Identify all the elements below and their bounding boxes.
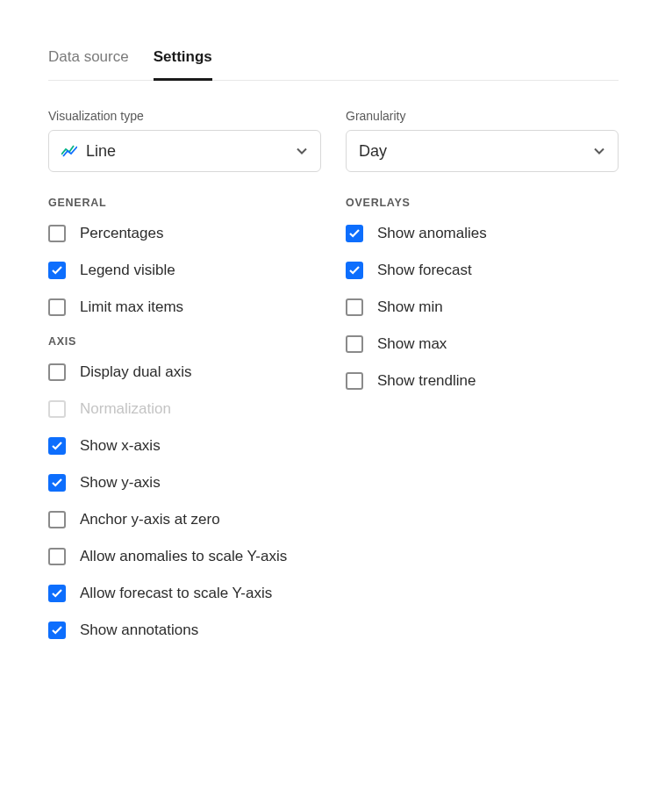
show-forecast-checkbox	[346, 262, 363, 279]
show-x-axis-checkbox-row[interactable]: Show x-axis	[48, 437, 321, 455]
legend-visible-label: Legend visible	[80, 262, 175, 279]
show-anomalies-checkbox-row[interactable]: Show anomalies	[346, 225, 619, 242]
show-max-checkbox	[346, 335, 363, 353]
overlays-heading: OVERLAYS	[346, 197, 619, 209]
show-x-axis-label: Show x-axis	[80, 437, 161, 455]
show-trendline-checkbox	[346, 372, 363, 390]
legend-visible-checkbox-row[interactable]: Legend visible	[48, 262, 321, 279]
general-heading: GENERAL	[48, 197, 321, 209]
tab-settings[interactable]: Settings	[154, 48, 212, 81]
show-y-axis-label: Show y-axis	[80, 474, 161, 492]
show-anomalies-checkbox	[346, 225, 363, 242]
tab-data-source[interactable]: Data source	[48, 48, 129, 81]
anchor-y-zero-label: Anchor y-axis at zero	[80, 511, 220, 528]
show-max-checkbox-row[interactable]: Show max	[346, 335, 619, 353]
show-trendline-checkbox-row[interactable]: Show trendline	[346, 372, 619, 390]
show-annotations-checkbox	[48, 622, 66, 639]
allow-forecast-scale-checkbox-row[interactable]: Allow forecast to scale Y-axis	[48, 585, 321, 602]
show-x-axis-checkbox	[48, 437, 66, 455]
normalization-label: Normalization	[80, 400, 171, 418]
granularity-value: Day	[359, 142, 387, 161]
axis-heading: AXIS	[48, 335, 321, 348]
show-anomalies-label: Show anomalies	[377, 225, 487, 242]
line-chart-icon	[61, 145, 77, 157]
percentages-label: Percentages	[80, 225, 163, 242]
allow-anomalies-scale-checkbox-row[interactable]: Allow anomalies to scale Y-axis	[48, 548, 321, 565]
show-y-axis-checkbox-row[interactable]: Show y-axis	[48, 474, 321, 492]
limit-max-items-checkbox	[48, 298, 66, 316]
display-dual-axis-label: Display dual axis	[80, 363, 192, 381]
percentages-checkbox	[48, 225, 66, 242]
visualization-type-value: Line	[86, 142, 116, 161]
anchor-y-zero-checkbox-row[interactable]: Anchor y-axis at zero	[48, 511, 321, 528]
check-icon	[349, 266, 360, 275]
anchor-y-zero-checkbox	[48, 511, 66, 528]
check-icon	[52, 266, 62, 275]
visualization-type-label: Visualization type	[48, 109, 321, 123]
visualization-type-select[interactable]: Line	[48, 130, 321, 172]
show-y-axis-checkbox	[48, 474, 66, 492]
allow-anomalies-scale-label: Allow anomalies to scale Y-axis	[80, 548, 287, 565]
allow-forecast-scale-label: Allow forecast to scale Y-axis	[80, 585, 272, 602]
percentages-checkbox-row[interactable]: Percentages	[48, 225, 321, 242]
allow-forecast-scale-checkbox	[48, 585, 66, 602]
normalization-checkbox-row: Normalization	[48, 400, 321, 418]
allow-anomalies-scale-checkbox	[48, 548, 66, 565]
show-trendline-label: Show trendline	[377, 372, 476, 390]
show-annotations-checkbox-row[interactable]: Show annotations	[48, 622, 321, 639]
check-icon	[52, 442, 62, 450]
display-dual-axis-checkbox	[48, 363, 66, 381]
display-dual-axis-checkbox-row[interactable]: Display dual axis	[48, 363, 321, 381]
granularity-label: Granularity	[346, 109, 619, 123]
check-icon	[52, 626, 62, 635]
show-max-label: Show max	[377, 335, 447, 353]
check-icon	[52, 478, 62, 487]
tabs: Data source Settings	[48, 48, 619, 81]
limit-max-items-checkbox-row[interactable]: Limit max items	[48, 298, 321, 316]
show-forecast-checkbox-row[interactable]: Show forecast	[346, 262, 619, 279]
limit-max-items-label: Limit max items	[80, 298, 183, 316]
chevron-down-icon	[593, 145, 605, 157]
normalization-checkbox	[48, 400, 66, 418]
show-min-checkbox-row[interactable]: Show min	[346, 298, 619, 316]
granularity-select[interactable]: Day	[346, 130, 619, 172]
show-forecast-label: Show forecast	[377, 262, 472, 279]
legend-visible-checkbox	[48, 262, 66, 279]
check-icon	[349, 229, 360, 238]
chevron-down-icon	[296, 145, 308, 157]
show-min-checkbox	[346, 298, 363, 316]
show-annotations-label: Show annotations	[80, 622, 198, 639]
check-icon	[52, 589, 62, 598]
show-min-label: Show min	[377, 298, 443, 316]
